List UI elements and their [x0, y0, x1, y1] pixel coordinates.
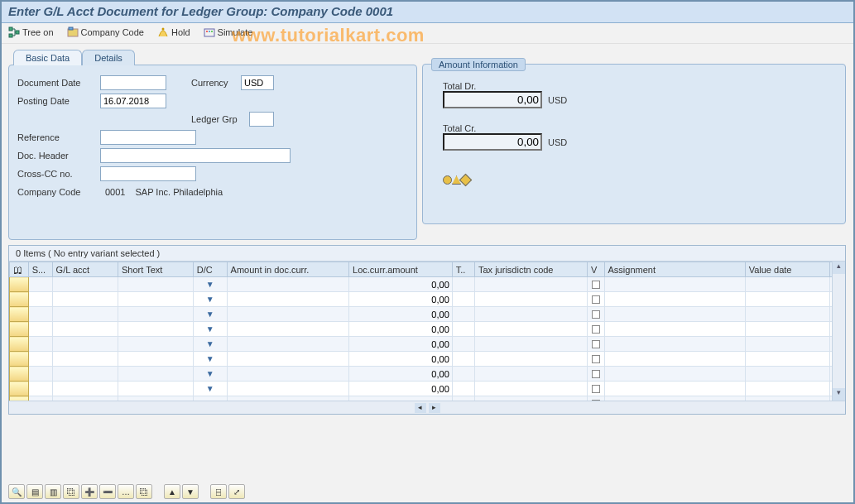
cell-loccurr[interactable]	[349, 277, 453, 292]
cell-shorttext[interactable]	[118, 367, 194, 382]
scroll-left-icon[interactable]: ◂	[415, 403, 426, 413]
row-selector[interactable]	[10, 307, 29, 322]
cell-assignment[interactable]	[604, 322, 745, 337]
details-icon[interactable]: 🔍	[8, 484, 25, 499]
cell-amtdoc[interactable]	[227, 322, 348, 337]
cell-shorttext[interactable]	[118, 396, 194, 401]
cell-glacct[interactable]	[52, 322, 118, 337]
document-date-input[interactable]	[100, 75, 166, 90]
row-selector[interactable]	[10, 277, 29, 292]
row-selector[interactable]	[10, 322, 29, 337]
hold-button[interactable]: Hold	[157, 26, 190, 38]
cell-assignment[interactable]	[604, 367, 745, 382]
cell-t[interactable]	[452, 322, 474, 337]
cell-v[interactable]	[588, 292, 604, 307]
cell-assignment[interactable]	[604, 382, 745, 396]
col-taxjur[interactable]: Tax jurisdictn code	[475, 262, 588, 277]
cell-shorttext[interactable]	[118, 337, 194, 352]
cell-t[interactable]	[452, 382, 474, 396]
cell-valuedate[interactable]	[745, 322, 829, 337]
sort-desc-icon[interactable]: ▼	[182, 484, 199, 499]
cell-glacct[interactable]	[52, 396, 118, 401]
row-selector[interactable]	[10, 337, 29, 352]
col-v[interactable]: V	[588, 262, 604, 277]
vertical-scrollbar[interactable]: ▴ ▾	[832, 262, 845, 401]
more-icon[interactable]: …	[118, 484, 134, 499]
cell-valuedate[interactable]	[745, 352, 829, 367]
cell-dc[interactable]: ▼	[193, 396, 227, 401]
cell-taxjur[interactable]	[475, 292, 588, 307]
cell-taxjur[interactable]	[475, 277, 588, 292]
row-selector[interactable]	[10, 292, 29, 307]
cell-v[interactable]	[588, 352, 604, 367]
cell-dc[interactable]: ▼	[193, 292, 227, 307]
cell-loccurr[interactable]	[349, 292, 453, 307]
col-glacct[interactable]: G/L acct	[52, 262, 118, 277]
cell-glacct[interactable]	[52, 367, 118, 382]
cell-taxjur[interactable]	[475, 352, 588, 367]
reference-input[interactable]	[100, 130, 196, 145]
cell-valuedate[interactable]	[745, 337, 829, 352]
cell-status[interactable]	[28, 277, 52, 292]
cell-shorttext[interactable]	[118, 352, 194, 367]
cell-taxjur[interactable]	[475, 382, 588, 396]
scroll-up-icon[interactable]: ▴	[833, 262, 845, 274]
cell-amtdoc[interactable]	[227, 382, 348, 396]
row-selector[interactable]	[10, 382, 29, 396]
simulate-button[interactable]: Simulate	[204, 26, 253, 38]
cell-glacct[interactable]	[52, 307, 118, 322]
cell-glacct[interactable]	[52, 337, 118, 352]
cell-v[interactable]	[588, 367, 604, 382]
cell-assignment[interactable]	[604, 307, 745, 322]
posting-date-input[interactable]	[100, 94, 166, 108]
doc-header-input[interactable]	[100, 148, 291, 163]
cell-shorttext[interactable]	[118, 307, 194, 322]
cell-valuedate[interactable]	[745, 307, 829, 322]
cell-amtdoc[interactable]	[227, 367, 348, 382]
delete-row-icon[interactable]: ➖	[99, 484, 116, 499]
cell-shorttext[interactable]	[118, 277, 194, 292]
cell-t[interactable]	[452, 277, 474, 292]
deselect-all-icon[interactable]: ▥	[45, 484, 61, 499]
cell-taxjur[interactable]	[475, 322, 588, 337]
scroll-down-icon[interactable]: ▾	[833, 388, 845, 401]
cell-v[interactable]	[588, 322, 604, 337]
cell-glacct[interactable]	[52, 352, 118, 367]
insert-row-icon[interactable]: ➕	[81, 484, 98, 499]
cell-loccurr[interactable]	[349, 322, 453, 337]
cell-assignment[interactable]	[604, 277, 745, 292]
cell-valuedate[interactable]	[745, 292, 829, 307]
duplicate-icon[interactable]: ⿻	[136, 484, 152, 499]
cell-dc[interactable]: ▼	[193, 322, 227, 337]
cell-assignment[interactable]	[604, 337, 745, 352]
cell-t[interactable]	[452, 396, 474, 401]
cell-loccurr[interactable]	[349, 307, 453, 322]
cell-glacct[interactable]	[52, 292, 118, 307]
currency-input[interactable]	[241, 75, 274, 90]
col-status[interactable]: S...	[28, 262, 52, 277]
row-selector[interactable]	[10, 352, 29, 367]
col-loccurr[interactable]: Loc.curr.amount	[349, 262, 453, 277]
cell-valuedate[interactable]	[745, 396, 829, 401]
horizontal-scrollbar[interactable]: ◂ ▸	[9, 401, 845, 414]
col-t[interactable]: T..	[452, 262, 474, 277]
cell-v[interactable]	[588, 337, 604, 352]
expand-icon[interactable]: ⤢	[228, 484, 245, 499]
row-selector[interactable]	[10, 367, 29, 382]
cell-status[interactable]	[28, 352, 52, 367]
cell-t[interactable]	[452, 352, 474, 367]
cell-valuedate[interactable]	[745, 367, 829, 382]
cell-shorttext[interactable]	[118, 322, 194, 337]
cell-assignment[interactable]	[604, 396, 745, 401]
cell-dc[interactable]: ▼	[193, 277, 227, 292]
cell-t[interactable]	[452, 367, 474, 382]
col-dc[interactable]: D/C	[193, 262, 227, 277]
cell-dc[interactable]: ▼	[193, 307, 227, 322]
tab-basic-data[interactable]: Basic Data	[13, 50, 82, 65]
cell-v[interactable]	[588, 382, 604, 396]
cell-loccurr[interactable]	[349, 337, 453, 352]
cell-amtdoc[interactable]	[227, 307, 348, 322]
cell-taxjur[interactable]	[475, 396, 588, 401]
cell-taxjur[interactable]	[475, 307, 588, 322]
cell-loccurr[interactable]	[349, 352, 453, 367]
